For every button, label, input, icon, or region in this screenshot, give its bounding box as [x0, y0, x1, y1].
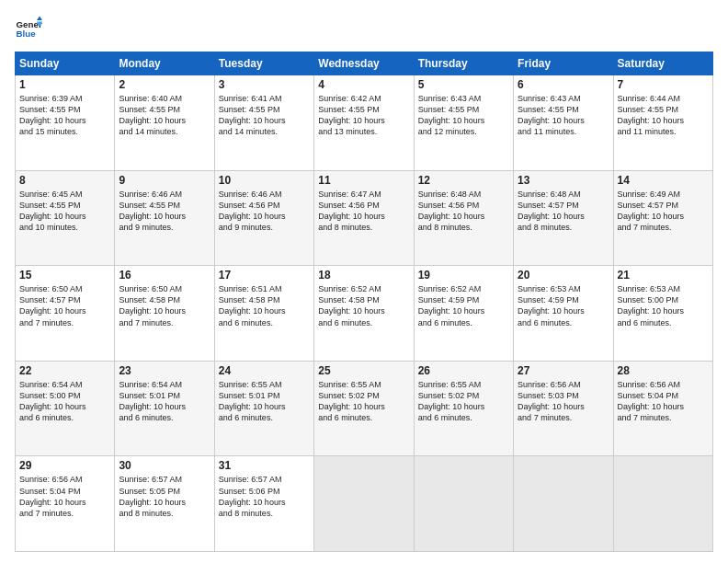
calendar-day-cell: 11Sunrise: 6:47 AM Sunset: 4:56 PM Dayli…: [314, 170, 414, 266]
day-info: Sunrise: 6:54 AM Sunset: 5:00 PM Dayligh…: [19, 379, 110, 424]
calendar-day-cell: 23Sunrise: 6:54 AM Sunset: 5:01 PM Dayli…: [115, 361, 214, 456]
calendar-day-cell: 12Sunrise: 6:48 AM Sunset: 4:56 PM Dayli…: [414, 170, 513, 266]
calendar-day-cell: [314, 456, 414, 552]
day-number: 21: [618, 269, 709, 282]
day-info: Sunrise: 6:57 AM Sunset: 5:05 PM Dayligh…: [119, 474, 210, 519]
calendar-day-cell: 1Sunrise: 6:39 AM Sunset: 4:55 PM Daylig…: [16, 75, 115, 171]
day-info: Sunrise: 6:50 AM Sunset: 4:57 PM Dayligh…: [19, 283, 110, 328]
weekday-label: Monday: [115, 52, 214, 75]
day-number: 22: [19, 364, 110, 377]
day-number: 24: [219, 364, 310, 377]
day-number: 20: [518, 269, 609, 282]
day-number: 23: [119, 364, 210, 377]
calendar-day-cell: 27Sunrise: 6:56 AM Sunset: 5:03 PM Dayli…: [514, 361, 613, 456]
calendar-day-cell: 3Sunrise: 6:41 AM Sunset: 4:55 PM Daylig…: [214, 75, 313, 171]
calendar-day-cell: 22Sunrise: 6:54 AM Sunset: 5:00 PM Dayli…: [16, 361, 115, 456]
calendar-day-cell: 9Sunrise: 6:46 AM Sunset: 4:55 PM Daylig…: [115, 170, 214, 266]
calendar-day-cell: 29Sunrise: 6:56 AM Sunset: 5:04 PM Dayli…: [16, 456, 115, 552]
calendar-day-cell: 21Sunrise: 6:53 AM Sunset: 5:00 PM Dayli…: [613, 266, 712, 362]
calendar-day-cell: 7Sunrise: 6:44 AM Sunset: 4:55 PM Daylig…: [613, 75, 712, 171]
day-info: Sunrise: 6:45 AM Sunset: 4:55 PM Dayligh…: [19, 189, 110, 234]
calendar-week-row: 8Sunrise: 6:45 AM Sunset: 4:55 PM Daylig…: [16, 170, 713, 266]
svg-text:Blue: Blue: [17, 29, 37, 39]
calendar-day-cell: 14Sunrise: 6:49 AM Sunset: 4:57 PM Dayli…: [613, 170, 712, 266]
calendar-day-cell: 10Sunrise: 6:46 AM Sunset: 4:56 PM Dayli…: [214, 170, 313, 266]
day-info: Sunrise: 6:48 AM Sunset: 4:56 PM Dayligh…: [418, 189, 509, 234]
day-info: Sunrise: 6:55 AM Sunset: 5:01 PM Dayligh…: [219, 379, 310, 424]
day-info: Sunrise: 6:56 AM Sunset: 5:03 PM Dayligh…: [518, 379, 609, 424]
day-number: 6: [518, 78, 609, 91]
day-info: Sunrise: 6:52 AM Sunset: 4:58 PM Dayligh…: [318, 283, 409, 328]
day-info: Sunrise: 6:48 AM Sunset: 4:57 PM Dayligh…: [518, 189, 609, 234]
calendar-day-cell: 5Sunrise: 6:43 AM Sunset: 4:55 PM Daylig…: [414, 75, 513, 171]
calendar-table: SundayMondayTuesdayWednesdayThursdayFrid…: [15, 52, 713, 552]
day-info: Sunrise: 6:52 AM Sunset: 4:59 PM Dayligh…: [418, 283, 509, 328]
day-number: 4: [318, 78, 409, 91]
calendar-day-cell: 16Sunrise: 6:50 AM Sunset: 4:58 PM Dayli…: [115, 266, 214, 362]
day-info: Sunrise: 6:49 AM Sunset: 4:57 PM Dayligh…: [618, 189, 709, 234]
calendar-day-cell: 13Sunrise: 6:48 AM Sunset: 4:57 PM Dayli…: [514, 170, 613, 266]
day-number: 25: [318, 364, 409, 377]
calendar-day-cell: 18Sunrise: 6:52 AM Sunset: 4:58 PM Dayli…: [314, 266, 414, 362]
weekday-label: Friday: [514, 52, 613, 75]
day-info: Sunrise: 6:39 AM Sunset: 4:55 PM Dayligh…: [19, 93, 110, 138]
calendar-week-row: 22Sunrise: 6:54 AM Sunset: 5:00 PM Dayli…: [16, 361, 713, 456]
day-info: Sunrise: 6:55 AM Sunset: 5:02 PM Dayligh…: [318, 379, 409, 424]
weekday-label: Saturday: [613, 52, 712, 75]
day-number: 8: [19, 174, 110, 187]
calendar-day-cell: 28Sunrise: 6:56 AM Sunset: 5:04 PM Dayli…: [613, 361, 712, 456]
day-info: Sunrise: 6:44 AM Sunset: 4:55 PM Dayligh…: [618, 93, 709, 138]
day-info: Sunrise: 6:47 AM Sunset: 4:56 PM Dayligh…: [318, 189, 409, 234]
calendar-day-cell: 26Sunrise: 6:55 AM Sunset: 5:02 PM Dayli…: [414, 361, 513, 456]
day-info: Sunrise: 6:57 AM Sunset: 5:06 PM Dayligh…: [219, 474, 310, 519]
day-number: 11: [318, 174, 409, 187]
calendar-day-cell: 8Sunrise: 6:45 AM Sunset: 4:55 PM Daylig…: [16, 170, 115, 266]
calendar-day-cell: 20Sunrise: 6:53 AM Sunset: 4:59 PM Dayli…: [514, 266, 613, 362]
weekday-label: Thursday: [414, 52, 513, 75]
day-number: 1: [19, 78, 110, 91]
day-info: Sunrise: 6:42 AM Sunset: 4:55 PM Dayligh…: [318, 93, 409, 138]
day-number: 27: [518, 364, 609, 377]
day-number: 10: [219, 174, 310, 187]
calendar-week-row: 1Sunrise: 6:39 AM Sunset: 4:55 PM Daylig…: [16, 75, 713, 171]
weekday-header-row: SundayMondayTuesdayWednesdayThursdayFrid…: [16, 52, 713, 75]
calendar-day-cell: [613, 456, 712, 552]
day-info: Sunrise: 6:51 AM Sunset: 4:58 PM Dayligh…: [219, 283, 310, 328]
day-info: Sunrise: 6:55 AM Sunset: 5:02 PM Dayligh…: [418, 379, 509, 424]
day-number: 30: [119, 459, 210, 472]
day-number: 5: [418, 78, 509, 91]
calendar-week-row: 15Sunrise: 6:50 AM Sunset: 4:57 PM Dayli…: [16, 266, 713, 362]
day-info: Sunrise: 6:43 AM Sunset: 4:55 PM Dayligh…: [518, 93, 609, 138]
day-info: Sunrise: 6:53 AM Sunset: 4:59 PM Dayligh…: [518, 283, 609, 328]
day-info: Sunrise: 6:50 AM Sunset: 4:58 PM Dayligh…: [119, 283, 210, 328]
logo: General Blue: [15, 15, 42, 42]
day-number: 18: [318, 269, 409, 282]
day-number: 15: [19, 269, 110, 282]
day-number: 31: [219, 459, 310, 472]
day-info: Sunrise: 6:53 AM Sunset: 5:00 PM Dayligh…: [618, 283, 709, 328]
day-number: 13: [518, 174, 609, 187]
day-info: Sunrise: 6:46 AM Sunset: 4:56 PM Dayligh…: [219, 189, 310, 234]
day-number: 14: [618, 174, 709, 187]
calendar-day-cell: [414, 456, 513, 552]
day-info: Sunrise: 6:46 AM Sunset: 4:55 PM Dayligh…: [119, 189, 210, 234]
page-header: General Blue: [15, 15, 713, 42]
day-number: 28: [618, 364, 709, 377]
calendar-day-cell: 17Sunrise: 6:51 AM Sunset: 4:58 PM Dayli…: [214, 266, 313, 362]
day-number: 19: [418, 269, 509, 282]
day-number: 9: [119, 174, 210, 187]
calendar-day-cell: 25Sunrise: 6:55 AM Sunset: 5:02 PM Dayli…: [314, 361, 414, 456]
day-info: Sunrise: 6:41 AM Sunset: 4:55 PM Dayligh…: [219, 93, 310, 138]
calendar-day-cell: 24Sunrise: 6:55 AM Sunset: 5:01 PM Dayli…: [214, 361, 313, 456]
calendar-day-cell: 15Sunrise: 6:50 AM Sunset: 4:57 PM Dayli…: [16, 266, 115, 362]
day-info: Sunrise: 6:43 AM Sunset: 4:55 PM Dayligh…: [418, 93, 509, 138]
calendar-week-row: 29Sunrise: 6:56 AM Sunset: 5:04 PM Dayli…: [16, 456, 713, 552]
day-number: 2: [119, 78, 210, 91]
day-info: Sunrise: 6:40 AM Sunset: 4:55 PM Dayligh…: [119, 93, 210, 138]
svg-marker-2: [37, 17, 42, 21]
day-number: 3: [219, 78, 310, 91]
logo-icon: General Blue: [15, 15, 42, 42]
day-number: 12: [418, 174, 509, 187]
weekday-label: Wednesday: [314, 52, 414, 75]
day-info: Sunrise: 6:54 AM Sunset: 5:01 PM Dayligh…: [119, 379, 210, 424]
